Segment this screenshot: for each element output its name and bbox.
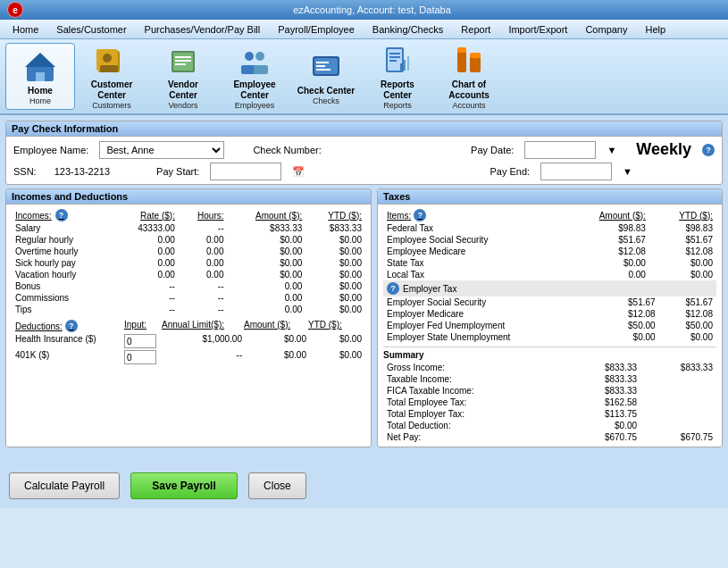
toolbar-customer-center[interactable]: Customer Center Customers [77,43,146,110]
paycheck-rows: Employee Name: Best, Anne Check Number: … [6,137,722,184]
pay-date-input[interactable]: 9/26/2014 [524,141,596,159]
taxes-info-icon[interactable]: ? [414,209,426,221]
toolbar-reports-sublabel: Reports [383,101,412,110]
employee-taxes-table: Items: ? Amount ($): YTD ($): Federal Ta… [383,208,716,280]
deductions-amount-header: Amount ($): [244,320,306,332]
weekly-info-icon[interactable]: ? [702,144,715,156]
pay-date-dropdown[interactable]: ▼ [607,145,616,155]
deduction-input[interactable] [124,334,160,348]
employee-name-select[interactable]: Best, Anne [99,141,224,159]
emp-tax-label: Employee Medicare [383,246,561,257]
summary-label: Total Employer Tax: [383,408,565,420]
deduction-input-field[interactable] [124,350,156,364]
close-button[interactable]: Close [248,472,306,499]
toolbar-home[interactable]: Home Home [5,43,75,110]
pay-start-calendar[interactable]: 📅 [292,166,305,178]
emp-tax-ytd: $0.00 [649,269,716,280]
menu-company[interactable]: Company [576,22,636,37]
employer-tax-icon[interactable]: ? [387,282,399,295]
bottom-bar: Calculate Payroll Save Payroll Close [0,464,728,508]
income-row: Regular hourly 0.00 0.00 $0.00 $0.00 [12,234,365,246]
employee-name-label: Employee Name: [13,145,88,155]
emp-tax-label: Local Tax [383,269,561,280]
deduction-input-field[interactable] [124,334,156,348]
employee-tax-row: State Tax $0.00 $0.00 [383,257,716,269]
income-rate: 0.00 [113,257,178,269]
toolbar-reports-label: Reports Center [367,79,428,101]
toolbar-employee-sublabel: Employees [235,101,275,110]
summary-row: Gross Income: $833.33 $833.33 [383,362,716,373]
check-icon [308,48,344,84]
tax-ytd-header: YTD ($): [649,208,716,222]
svg-rect-11 [175,56,191,58]
menu-sales[interactable]: Sales/Customer [47,22,135,37]
pay-end-dropdown[interactable]: ▼ [623,166,632,177]
svg-rect-32 [457,47,466,53]
income-label: Sick hourly pay [12,257,113,269]
svg-rect-26 [389,56,400,58]
deduction-label: Health Insurance ($) [15,334,122,348]
toolbar-vendor-center[interactable]: Vendor Center Vendors [148,43,218,110]
emp-tax-ytd: $12.08 [649,246,716,257]
toolbar-reports-center[interactable]: Reports Center Reports [363,43,432,110]
summary-ytd: $670.75 [640,431,716,443]
employee-icon [237,44,272,78]
income-label: Overtime hourly [12,246,113,257]
income-ytd: $0.00 [305,280,365,292]
toolbar-check-center[interactable]: Check Center Checks [291,43,361,110]
income-rate: 0.00 [113,246,178,257]
deduction-input[interactable] [124,350,160,364]
employee-tax-row: Local Tax 0.00 $0.00 [383,269,716,280]
deductions-section: Deductions: ? Input: Annual Limit($): Am… [12,319,365,365]
empl-tax-label: Employer Medicare [383,308,601,320]
employer-taxes-table: Employer Social Security $51.67 $51.67 E… [383,297,716,343]
deductions-info-icon[interactable]: ? [65,320,78,332]
svg-rect-21 [316,65,325,67]
deductions-limit-header: Annual Limit($): [162,320,242,332]
calculate-payroll-button[interactable]: Calculate Payroll [9,472,120,499]
summary-amount: $833.33 [565,373,640,385]
toolbar-employee-center[interactable]: Employee Center Employees [220,43,289,110]
income-ytd: $0.00 [305,257,365,269]
menu-home[interactable]: Home [4,22,47,37]
svg-rect-29 [404,60,406,71]
items-label: Items: [387,211,411,221]
empl-tax-label: Employer Social Security [383,297,601,308]
menu-banking[interactable]: Banking/Checks [364,22,453,37]
incomes-taxes-section: Incomes and Deductions Incomes: ? [5,188,723,453]
toolbar-chart-label: Chart of Accounts [439,79,499,101]
svg-point-15 [255,52,264,61]
toolbar-chart-accounts[interactable]: Chart of Accounts Accounts [434,43,504,110]
menu-payroll[interactable]: Payroll/Employee [269,22,364,37]
income-ytd: $0.00 [305,292,365,304]
deductions-header-row: Deductions: ? Input: Annual Limit($): Am… [12,319,365,333]
menu-help[interactable]: Help [636,22,674,37]
rate-col-header: Rate ($): [113,208,178,222]
toolbar-customer-sublabel: Customers [92,101,131,110]
income-amount: $0.00 [227,246,305,257]
income-ytd: $0.00 [305,234,365,246]
menu-import[interactable]: Import/Export [499,22,576,37]
pay-end-input[interactable]: 9/26/2014 [540,163,612,180]
pay-start-input[interactable]: 9/20/2014 [210,163,281,180]
svg-rect-16 [241,65,255,74]
income-label: Regular hourly [12,234,113,246]
summary-row: Total Employee Tax: $162.58 [383,397,716,408]
check-number-label: Check Number: [253,145,321,155]
save-payroll-button[interactable]: Save Payroll [130,472,238,499]
incomes-info-icon[interactable]: ? [55,209,68,221]
menu-report[interactable]: Report [452,22,499,37]
employee-tax-row: Federal Tax $98.83 $98.83 [383,222,716,234]
paycheck-row1: Employee Name: Best, Anne Check Number: … [13,140,715,159]
toolbar-check-label: Check Center [297,86,355,96]
emp-tax-amount: 0.00 [561,269,649,280]
hours-col-header: Hours: [179,208,228,222]
app-icon: e [7,2,23,18]
pay-end-label: Pay End: [490,166,530,177]
chart-icon [451,44,487,78]
income-hours: -- [179,292,228,304]
deductions-label: Deductions: ? [15,320,122,332]
menu-purchases[interactable]: Purchases/Vendor/Pay Bill [136,22,270,37]
deduction-amount: $0.00 [244,334,306,348]
income-amount: $833.33 [227,222,305,234]
